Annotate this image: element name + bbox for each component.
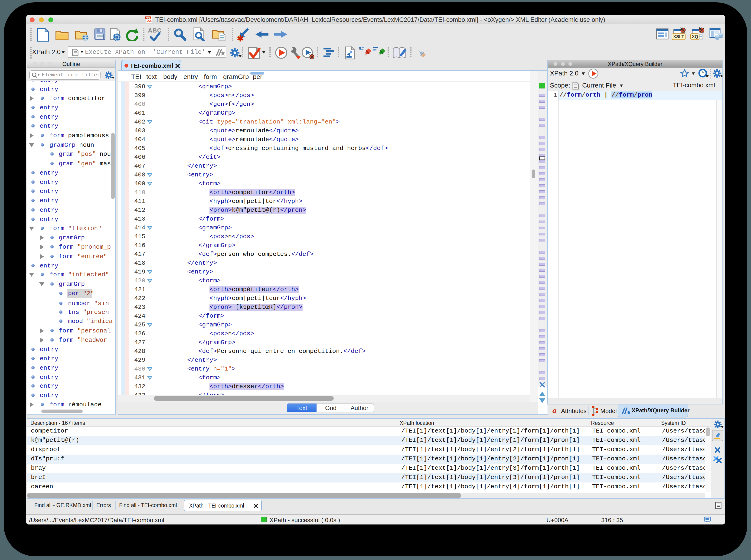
svg-text:✱: ✱: [237, 34, 244, 42]
